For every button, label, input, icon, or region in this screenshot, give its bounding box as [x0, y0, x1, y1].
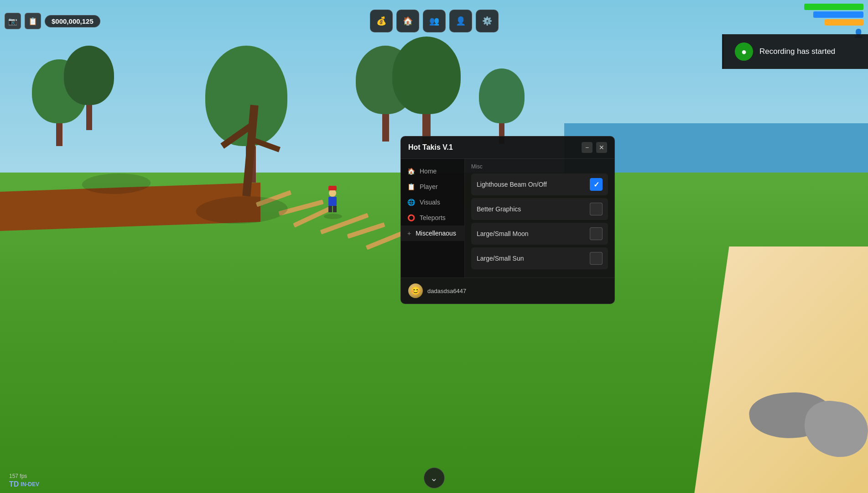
player-shadow: [324, 214, 342, 219]
sidebar-item-visuals[interactable]: 🌐 Visuals: [401, 194, 464, 210]
sidebar-item-teleports[interactable]: ⭕ Teleports: [401, 210, 464, 226]
panel-content: Misc Lighthouse Beam On/Off Better Graph…: [465, 159, 614, 278]
clipboard-icon-box[interactable]: 📋: [25, 13, 41, 29]
currency-nav-icon: 💰: [376, 16, 386, 26]
profile-nav-btn[interactable]: 👤: [449, 10, 472, 32]
bottom-hud: 157 fps TD IN-DEV: [0, 472, 868, 488]
tree-left-2: [64, 46, 114, 130]
section-label: Misc: [471, 163, 608, 170]
player-character: [328, 189, 337, 212]
tree-right-2: [392, 37, 461, 146]
home-nav-icon: 🏠: [403, 16, 413, 26]
user-avatar: 😊: [408, 283, 423, 298]
top-center-icons: 💰 🏠 👥 👤 ⚙️: [370, 10, 499, 32]
health-bars: [804, 4, 863, 26]
sidebar-item-misc[interactable]: + Miscellenaous: [401, 226, 464, 241]
sidebar-item-home-label: Home: [420, 168, 437, 175]
lighthouse-toggle-row: Lighthouse Beam On/Off: [471, 173, 608, 195]
home-sidebar-icon: 🏠: [407, 168, 415, 175]
panel-controls: − ✕: [582, 142, 607, 153]
avatar-emoji: 😊: [411, 286, 421, 296]
main-panel: Hot Takis V.1 − ✕ 🏠 Home 📋 Player 🌐 Visu…: [400, 136, 615, 304]
players-nav-icon: 👥: [429, 16, 439, 26]
sidebar-item-player-label: Player: [420, 183, 438, 190]
sidebar-item-visuals-label: Visuals: [420, 199, 440, 206]
panel-sidebar: 🏠 Home 📋 Player 🌐 Visuals ⭕ Teleports + …: [401, 159, 465, 278]
fps-counter: 157 fps: [9, 472, 39, 480]
panel-footer: 😊 dadasdsa6447: [401, 278, 614, 304]
misc-sidebar-icon: +: [407, 230, 411, 237]
recording-icon: ●: [735, 42, 753, 61]
panel-body: 🏠 Home 📋 Player 🌐 Visuals ⭕ Teleports + …: [401, 159, 614, 278]
hud-right: 👤: [804, 4, 863, 38]
sidebar-item-misc-label: Miscellenaous: [416, 230, 456, 237]
td-badge: TD: [9, 480, 19, 488]
home-nav-btn[interactable]: 🏠: [396, 10, 419, 32]
record-icon-box[interactable]: 📷: [5, 13, 21, 29]
profile-nav-icon: 👤: [456, 16, 466, 26]
sun-toggle-row: Large/Small Sun: [471, 247, 608, 269]
sun-toggle[interactable]: [590, 252, 603, 265]
lighthouse-toggle[interactable]: [590, 178, 603, 191]
moon-label: Large/Small Moon: [477, 230, 529, 237]
health-bar-orange: [825, 19, 863, 26]
moon-toggle[interactable]: [590, 227, 603, 240]
tree-far-right: [479, 68, 525, 144]
settings-nav-btn[interactable]: ⚙️: [476, 10, 499, 32]
hud-left: 📷 📋 $000,000,125: [5, 13, 100, 29]
moon-toggle-row: Large/Small Moon: [471, 223, 608, 245]
health-bar-blue: [813, 11, 863, 18]
sidebar-item-home[interactable]: 🏠 Home: [401, 163, 464, 179]
sidebar-item-teleports-label: Teleports: [420, 214, 446, 221]
better-graphics-label: Better Graphics: [477, 205, 521, 213]
panel-title: Hot Takis V.1: [408, 143, 453, 152]
visuals-sidebar-icon: 🌐: [407, 199, 415, 206]
recording-notification: ● Recording has started: [722, 34, 868, 69]
sun-label: Large/Small Sun: [477, 255, 524, 262]
panel-minimize-btn[interactable]: −: [582, 142, 593, 153]
panel-header: Hot Takis V.1 − ✕: [401, 136, 614, 159]
record-icon: 📷: [8, 17, 17, 26]
currency-nav-btn[interactable]: 💰: [370, 10, 393, 32]
indev-badge: IN-DEV: [21, 481, 39, 488]
settings-nav-icon: ⚙️: [482, 16, 492, 26]
teleports-sidebar-icon: ⭕: [407, 214, 415, 221]
players-nav-btn[interactable]: 👥: [423, 10, 446, 32]
fps-section: 157 fps TD IN-DEV: [9, 472, 39, 488]
player-sidebar-icon: 📋: [407, 183, 415, 190]
recording-text: Recording has started: [759, 47, 835, 56]
money-display: $000,000,125: [45, 15, 100, 27]
lighthouse-label: Lighthouse Beam On/Off: [477, 181, 547, 188]
username: dadasdsa6447: [427, 288, 466, 294]
better-graphics-toggle-row: Better Graphics: [471, 198, 608, 220]
health-bar-green: [804, 4, 863, 10]
money-value: $000,000,125: [52, 17, 94, 25]
sidebar-item-player[interactable]: 📋 Player: [401, 179, 464, 194]
clipboard-icon: 📋: [28, 17, 37, 26]
better-graphics-toggle[interactable]: [590, 203, 603, 215]
panel-close-btn[interactable]: ✕: [596, 142, 607, 153]
